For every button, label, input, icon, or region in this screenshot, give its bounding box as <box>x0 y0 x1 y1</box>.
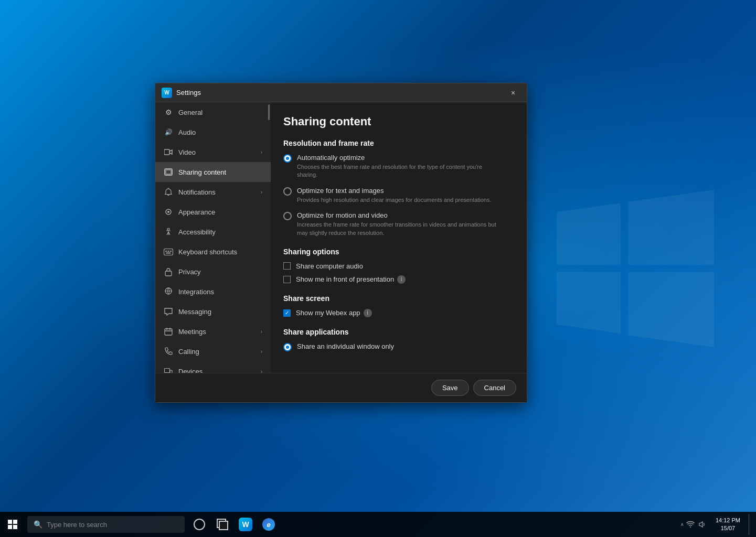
taskbar-tray: ∧ 14:12 PM 15/07 <box>678 514 756 535</box>
audio-icon: 🔊 <box>164 127 173 137</box>
sidebar-label-sharing-content: Sharing content <box>178 168 262 176</box>
svg-rect-15 <box>165 271 172 276</box>
checkbox-label-share-audio: Share computer audio <box>296 262 363 270</box>
sidebar-item-notifications[interactable]: Notifications › <box>155 182 271 202</box>
sidebar-item-sharing-content[interactable]: Sharing content <box>155 162 271 182</box>
sharing-options-section-title: Sharing options <box>283 248 514 256</box>
sidebar-item-privacy[interactable]: Privacy <box>155 262 271 282</box>
sidebar-label-keyboard-shortcuts: Keyboard shortcuts <box>178 248 262 256</box>
svg-rect-18 <box>170 370 172 373</box>
checkbox-box-share-audio[interactable] <box>283 262 291 270</box>
checkbox-label-show-webex: Show my Webex app i <box>296 309 372 317</box>
taskbar: 🔍 Type here to search W e ∧ <box>0 512 756 537</box>
tray-overflow-icon[interactable]: ∧ <box>680 522 684 527</box>
svg-rect-10 <box>164 249 173 255</box>
svg-rect-6 <box>166 170 171 174</box>
taskbar-cortana[interactable] <box>189 514 210 535</box>
svg-marker-2 <box>557 272 621 333</box>
radio-btn-individual-window[interactable] <box>283 343 292 351</box>
radio-label-optimize-text: Optimize for text and images <box>297 187 492 195</box>
sidebar-item-video[interactable]: Video › <box>155 142 271 162</box>
checkbox-box-show-front[interactable] <box>283 276 291 283</box>
close-button[interactable]: × <box>506 85 520 100</box>
messaging-icon <box>164 307 173 316</box>
devices-icon <box>164 367 173 373</box>
taskbar-webex[interactable]: W <box>235 514 256 535</box>
taskbar-task-view[interactable] <box>212 514 233 535</box>
radio-btn-optimize-motion[interactable] <box>283 212 292 220</box>
checkbox-share-audio[interactable]: Share computer audio <box>283 262 514 270</box>
settings-body: ⚙ General 🔊 Audio Video › <box>155 102 527 373</box>
sidebar-item-appearance[interactable]: Appearance <box>155 202 271 222</box>
radio-optimize-motion[interactable]: Optimize for motion and video Increases … <box>283 211 514 237</box>
sidebar-label-accessibility: Accessibility <box>178 228 262 236</box>
search-icon: 🔍 <box>34 520 42 529</box>
sidebar-item-audio[interactable]: 🔊 Audio <box>155 122 271 142</box>
svg-rect-12 <box>168 251 169 252</box>
sidebar-item-keyboard-shortcuts[interactable]: Keyboard shortcuts <box>155 242 271 262</box>
sidebar-item-devices[interactable]: Devices › <box>155 361 271 373</box>
sidebar-item-general[interactable]: ⚙ General <box>155 102 271 122</box>
checkbox-show-webex[interactable]: Show my Webex app i <box>283 309 514 317</box>
settings-window: W Settings × ⚙ General 🔊 Audio <box>155 83 527 403</box>
sidebar-label-calling: Calling <box>178 348 255 356</box>
sidebar-item-calling[interactable]: Calling › <box>155 341 271 361</box>
share-applications-section-title: Share applications <box>283 328 514 336</box>
page-title: Sharing content <box>283 115 514 128</box>
show-desktop-button[interactable] <box>749 514 752 535</box>
radio-btn-optimize-text[interactable] <box>283 187 292 196</box>
show-front-info-icon[interactable]: i <box>397 275 406 284</box>
svg-rect-14 <box>166 252 171 253</box>
sidebar-item-accessibility[interactable]: Accessibility <box>155 222 271 242</box>
tray-icon-group: ∧ <box>678 519 709 530</box>
radio-desc-optimize-motion: Increases the frame rate for smoother tr… <box>297 221 496 237</box>
checkbox-show-front[interactable]: Show me in front of presentation i <box>283 275 514 284</box>
sidebar-label-meetings: Meetings <box>178 328 255 336</box>
sidebar-label-audio: Audio <box>178 128 262 136</box>
share-screen-section-title: Share screen <box>283 294 514 303</box>
accessibility-icon <box>164 227 173 237</box>
webex-app-info-icon[interactable]: i <box>364 309 372 317</box>
radio-auto-optimize[interactable]: Automatically optimize Chooses the best … <box>283 154 514 179</box>
sidebar-label-appearance: Appearance <box>178 208 262 216</box>
tray-volume-icon <box>697 519 707 530</box>
windows-logo-watermark <box>557 190 714 347</box>
calling-icon <box>164 347 173 356</box>
taskbar-search-box[interactable]: 🔍 Type here to search <box>27 516 185 533</box>
checkbox-box-show-webex[interactable] <box>283 309 291 317</box>
svg-rect-4 <box>164 149 169 155</box>
sharing-content-icon <box>164 167 173 177</box>
sidebar-item-meetings[interactable]: Meetings › <box>155 321 271 341</box>
svg-rect-13 <box>170 251 172 252</box>
taskbar-edge[interactable]: e <box>258 514 279 535</box>
taskbar-time[interactable]: 14:12 PM 15/07 <box>711 517 744 533</box>
save-button[interactable]: Save <box>431 380 469 396</box>
start-button[interactable] <box>0 512 25 537</box>
settings-footer: Save Cancel <box>155 373 527 402</box>
time-display: 14:12 PM <box>716 517 740 524</box>
radio-text-individual-window: Share an individual window only <box>297 342 394 350</box>
svg-marker-0 <box>557 203 621 265</box>
start-icon <box>8 520 17 529</box>
tray-network-icon <box>685 519 696 530</box>
taskbar-apps: W e <box>189 514 279 535</box>
svg-point-8 <box>167 211 169 213</box>
cancel-button[interactable]: Cancel <box>473 380 516 396</box>
privacy-icon <box>164 267 173 276</box>
sidebar-item-messaging[interactable]: Messaging <box>155 302 271 321</box>
task-view-icon <box>217 519 228 530</box>
radio-optimize-text[interactable]: Optimize for text and images Provides hi… <box>283 187 514 204</box>
sidebar-label-video: Video <box>178 148 255 156</box>
webex-taskbar-icon: W <box>239 518 252 531</box>
webex-logo: W <box>162 88 172 98</box>
radio-btn-auto-optimize[interactable] <box>283 154 292 163</box>
notifications-icon <box>164 187 173 197</box>
radio-text-optimize-motion: Optimize for motion and video Increases … <box>297 211 496 237</box>
taskbar-search-text: Type here to search <box>47 521 107 529</box>
radio-individual-window[interactable]: Share an individual window only <box>283 342 514 351</box>
radio-label-auto-optimize: Automatically optimize <box>297 154 496 162</box>
svg-point-9 <box>167 228 169 230</box>
sidebar-item-integrations[interactable]: Integrations <box>155 282 271 302</box>
notifications-chevron-icon: › <box>261 189 262 195</box>
sidebar-label-privacy: Privacy <box>178 268 262 276</box>
